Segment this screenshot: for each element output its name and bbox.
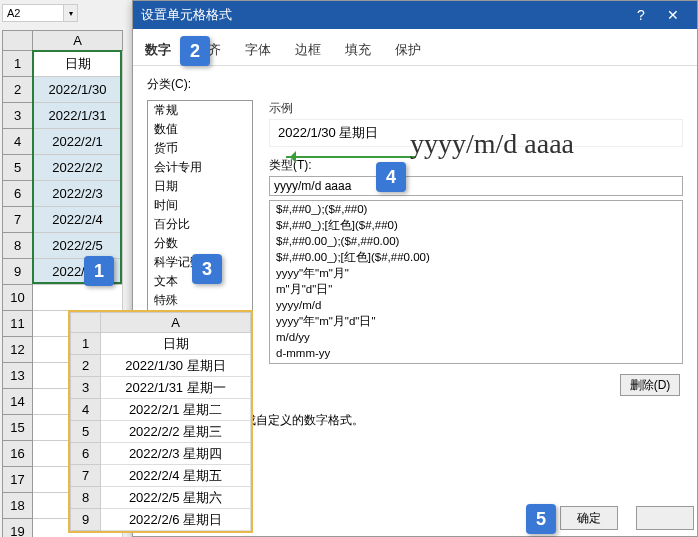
- tab-border[interactable]: 边框: [293, 37, 323, 65]
- row-header[interactable]: 3: [71, 377, 101, 399]
- ok-button[interactable]: 确定: [560, 506, 618, 530]
- data-cell[interactable]: 2022/2/5 星期六: [101, 487, 251, 509]
- format-list[interactable]: $#,##0_);($#,##0) $#,##0_);[红色]($#,##0) …: [269, 200, 683, 364]
- tab-number[interactable]: 数字: [143, 37, 173, 65]
- format-item[interactable]: yyyy/m/d: [270, 297, 682, 313]
- tab-protect[interactable]: 保护: [393, 37, 423, 65]
- row-header[interactable]: 2: [71, 355, 101, 377]
- data-cell[interactable]: 2022/1/30 星期日: [101, 355, 251, 377]
- step-badge-2: 2: [180, 36, 210, 66]
- row-header[interactable]: 6: [3, 181, 33, 207]
- dialog-tabs: 数字 对齐 字体 边框 填充 保护: [133, 29, 697, 66]
- close-icon[interactable]: ✕: [657, 7, 689, 23]
- row-header[interactable]: 9: [71, 509, 101, 531]
- row-header[interactable]: 4: [71, 399, 101, 421]
- row-header[interactable]: 15: [3, 415, 33, 441]
- category-item[interactable]: 会计专用: [148, 158, 252, 177]
- row-header[interactable]: 1: [71, 333, 101, 355]
- col-header-a[interactable]: A: [33, 31, 123, 51]
- data-cell[interactable]: 2022/1/31 星期一: [101, 377, 251, 399]
- format-item[interactable]: m"月"d"日": [270, 281, 682, 297]
- format-item[interactable]: $#,##0.00_);($#,##0.00): [270, 233, 682, 249]
- select-all-corner[interactable]: [71, 313, 101, 333]
- category-item[interactable]: 常规: [148, 101, 252, 120]
- format-item[interactable]: d-mmm-yy: [270, 345, 682, 361]
- category-item[interactable]: 货币: [148, 139, 252, 158]
- category-list[interactable]: 常规 数值 货币 会计专用 日期 时间 百分比 分数 科学记数 文本 特殊 自定…: [147, 100, 253, 320]
- col-header-a[interactable]: A: [101, 313, 251, 333]
- step-badge-1: 1: [84, 256, 114, 286]
- tab-fill[interactable]: 填充: [343, 37, 373, 65]
- data-cell[interactable]: 2022/2/4: [33, 207, 123, 233]
- format-item[interactable]: m/d/yy: [270, 329, 682, 345]
- row-header[interactable]: 12: [3, 337, 33, 363]
- row-header[interactable]: 17: [3, 467, 33, 493]
- row-header[interactable]: 6: [71, 443, 101, 465]
- row-header[interactable]: 10: [3, 285, 33, 311]
- data-cell[interactable]: 2022/2/1 星期二: [101, 399, 251, 421]
- category-item[interactable]: 时间: [148, 196, 252, 215]
- row-header[interactable]: 1: [3, 51, 33, 77]
- format-item[interactable]: d-mmm: [270, 361, 682, 364]
- row-header[interactable]: 2: [3, 77, 33, 103]
- row-header[interactable]: 5: [3, 155, 33, 181]
- format-item[interactable]: yyyy"年"m"月": [270, 265, 682, 281]
- select-all-corner[interactable]: [3, 31, 33, 51]
- data-cell[interactable]: 2022/2/2 星期三: [101, 421, 251, 443]
- name-box-dropdown[interactable]: ▾: [64, 4, 78, 22]
- row-header[interactable]: 5: [71, 421, 101, 443]
- row-header[interactable]: 13: [3, 363, 33, 389]
- row-header[interactable]: 7: [71, 465, 101, 487]
- data-cell[interactable]: 2022/1/31: [33, 103, 123, 129]
- format-item[interactable]: yyyy"年"m"月"d"日": [270, 313, 682, 329]
- sample-label: 示例: [269, 100, 683, 117]
- row-header[interactable]: 9: [3, 259, 33, 285]
- data-cell[interactable]: 2022/2/5: [33, 233, 123, 259]
- row-header[interactable]: 8: [3, 233, 33, 259]
- delete-button[interactable]: 删除(D): [620, 374, 680, 396]
- row-header[interactable]: 18: [3, 493, 33, 519]
- name-box-input[interactable]: [2, 4, 64, 22]
- row-header[interactable]: 4: [3, 129, 33, 155]
- header-cell[interactable]: 日期: [101, 333, 251, 355]
- hint-text: 成自定义的数字格式。: [244, 412, 364, 429]
- category-item[interactable]: 特殊: [148, 291, 252, 310]
- data-cell[interactable]: 2022/2/2: [33, 155, 123, 181]
- data-cell[interactable]: 2022/1/30: [33, 77, 123, 103]
- cancel-button[interactable]: [636, 506, 694, 530]
- step-badge-3: 3: [192, 254, 222, 284]
- row-header[interactable]: 11: [3, 311, 33, 337]
- worksheet-result: A 1日期 22022/1/30 星期日 32022/1/31 星期一 4202…: [68, 310, 253, 533]
- row-header[interactable]: 19: [3, 519, 33, 538]
- empty-cell[interactable]: [33, 285, 123, 311]
- row-header[interactable]: 14: [3, 389, 33, 415]
- data-cell[interactable]: 2022/2/1: [33, 129, 123, 155]
- help-icon[interactable]: ?: [625, 7, 657, 23]
- step-badge-5: 5: [526, 504, 556, 534]
- category-item[interactable]: 数值: [148, 120, 252, 139]
- category-item[interactable]: 百分比: [148, 215, 252, 234]
- row-header[interactable]: 7: [3, 207, 33, 233]
- annotation-format-text: yyyy/m/d aaaa: [410, 128, 574, 160]
- data-cell[interactable]: 2022/2/3: [33, 181, 123, 207]
- row-header[interactable]: 8: [71, 487, 101, 509]
- name-box: ▾: [2, 4, 78, 22]
- row-header[interactable]: 16: [3, 441, 33, 467]
- row-header[interactable]: 3: [3, 103, 33, 129]
- data-cell[interactable]: 2022/2/4 星期五: [101, 465, 251, 487]
- format-item[interactable]: $#,##0_);($#,##0): [270, 201, 682, 217]
- format-item[interactable]: $#,##0_);[红色]($#,##0): [270, 217, 682, 233]
- format-item[interactable]: $#,##0.00_);[红色]($#,##0.00): [270, 249, 682, 265]
- step-badge-4: 4: [376, 162, 406, 192]
- annotation-arrow: [286, 156, 416, 158]
- dialog-title: 设置单元格格式: [141, 6, 232, 24]
- dialog-titlebar: 设置单元格格式 ? ✕: [133, 1, 697, 29]
- type-input[interactable]: [269, 176, 683, 196]
- tab-font[interactable]: 字体: [243, 37, 273, 65]
- category-item[interactable]: 日期: [148, 177, 252, 196]
- header-cell[interactable]: 日期: [33, 51, 123, 77]
- category-label: 分类(C):: [147, 76, 683, 93]
- data-cell[interactable]: 2022/2/3 星期四: [101, 443, 251, 465]
- data-cell[interactable]: 2022/2/6 星期日: [101, 509, 251, 531]
- category-item[interactable]: 分数: [148, 234, 252, 253]
